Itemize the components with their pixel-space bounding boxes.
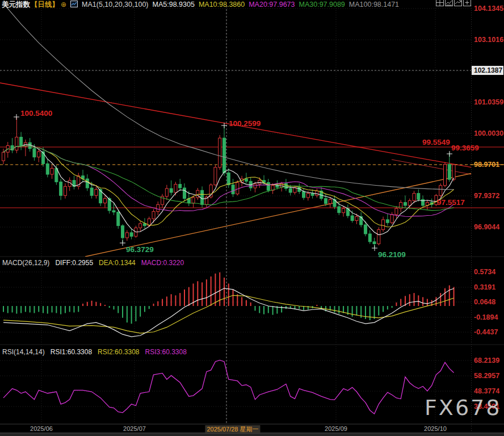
month-label-jul: 2025/07	[123, 425, 146, 432]
svg-text:102.1387: 102.1387	[474, 66, 502, 74]
ma10-value: MA10:98.3860	[199, 1, 245, 9]
macd-diff-value: DIFF:0.2955	[55, 259, 93, 267]
price-annotation: 100.2599	[229, 119, 261, 128]
chart-canvas[interactable]: 104.1345103.1016102.0687101.0359100.0030…	[0, 0, 504, 436]
current-price-label: 98.9701	[474, 161, 499, 169]
trendline-layer[interactable]	[0, 83, 504, 257]
rsi-axis-label: 58.2957	[474, 372, 499, 380]
chart-window: 美元指数【日线】⊕ MA1(5,10,20,30,100) MA5:98.930…	[0, 0, 504, 436]
crosshair-date-tag: 2025/07/28 星期一	[205, 425, 260, 434]
symbol-name: 美元指数	[2, 0, 30, 10]
ma20-value: MA20:97.9673	[249, 1, 295, 9]
month-label-sep: 2025/09	[325, 425, 347, 432]
indicator-pane-icon[interactable]	[445, 0, 453, 6]
crosshair-price-tag: 102.1387	[472, 66, 503, 75]
bottom-scrollbar[interactable]	[0, 433, 504, 436]
rsi2-value: RSI2:60.3308	[98, 348, 139, 356]
macd-axis-label: -0.4437	[474, 328, 498, 336]
macd-axis-label: 0.5734	[474, 268, 495, 276]
month-label-jun: 2025/06	[30, 425, 53, 432]
corner-toolbar	[436, 0, 471, 6]
rsi-axis-label: 48.3774	[474, 387, 499, 395]
axis-label: 103.1016	[474, 36, 503, 44]
add-indicator-icon[interactable]: ⊕	[61, 1, 66, 9]
price-annotation: 96.2109	[378, 250, 406, 259]
macd-axis-label: -0.1894	[474, 313, 498, 321]
fx678-watermark: FX678	[425, 395, 501, 420]
ma30-value: MA30:97.9089	[299, 1, 345, 9]
crosshair	[0, 6, 471, 424]
macd-name[interactable]: MACD(26,12,9)	[2, 259, 49, 267]
new-pane-icon[interactable]	[463, 0, 471, 6]
price-annotation: 99.5549	[422, 138, 450, 146]
ma5-value: MA5:98.9305	[153, 1, 195, 9]
ma-group-label[interactable]: MA1(5,10,20,30,100)	[82, 1, 148, 9]
rsi1-value: RSI1:60.3308	[51, 348, 92, 356]
macd-axis-label: 0.0648	[474, 298, 495, 306]
grid-layer	[0, 6, 504, 433]
price-annotation: 99.3659	[451, 144, 479, 152]
axis-label: 104.1345	[474, 5, 503, 12]
macd-axis-label: 0.3191	[474, 283, 495, 291]
rsi-pane	[3, 360, 454, 413]
axis-label: 101.0359	[474, 98, 503, 106]
macd-dea-value: DEA:0.1344	[99, 259, 136, 267]
price-annotation: 96.3729	[126, 245, 154, 254]
time-axis[interactable]: 2025/06 2025/07 2025/07/28 星期一 2025/09 2…	[0, 425, 504, 433]
rsi-name[interactable]: RSI(14,14,14)	[2, 348, 45, 356]
axis-label: 96.9044	[474, 223, 499, 231]
grid-layout-icon[interactable]	[436, 0, 444, 6]
price-annotation: 97.5517	[437, 198, 465, 207]
period-label[interactable]: 【日线】	[31, 0, 59, 10]
axis-label: 97.9372	[474, 192, 499, 200]
macd-hist-value: MACD:0.3220	[141, 259, 184, 267]
axis-label: 100.0030	[474, 129, 503, 137]
rsi-axis-label: 68.2139	[474, 357, 499, 364]
chart-type-icon[interactable]	[70, 1, 78, 9]
rsi-label-row: RSI(14,14,14) RSI1:60.3308 RSI2:60.3308 …	[2, 348, 187, 356]
macd-label-row: MACD(26,12,9) DIFF:0.2955 DEA:0.1344 MAC…	[2, 259, 184, 267]
macd-pane	[3, 272, 454, 337]
month-label-oct: 2025/10	[424, 425, 447, 432]
price-annotation: 100.5400	[20, 109, 52, 118]
chart-header: 美元指数【日线】⊕ MA1(5,10,20,30,100) MA5:98.930…	[2, 1, 399, 9]
annotations-layer: 100.5400100.259996.372996.210999.554999.…	[14, 109, 479, 259]
ma100-value: MA100:98.1471	[349, 1, 399, 9]
rsi3-value: RSI3:60.3308	[145, 348, 187, 356]
secondary-chart-icon[interactable]	[454, 0, 462, 6]
